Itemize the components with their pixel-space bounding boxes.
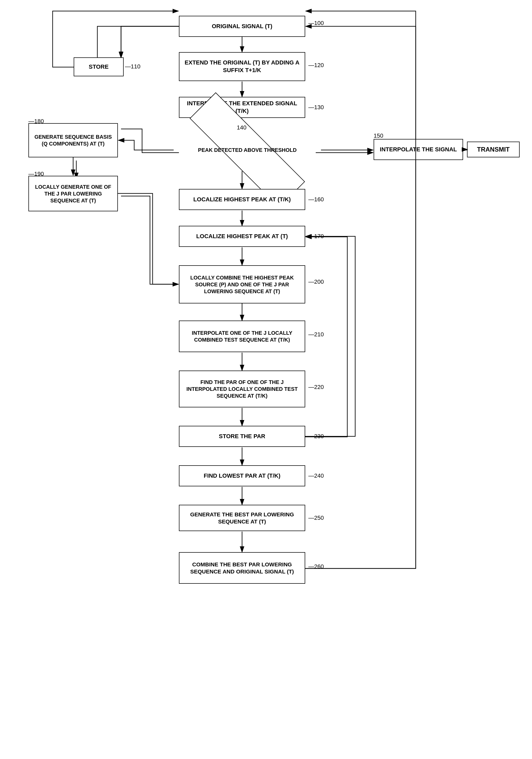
ref-210: —210	[308, 331, 324, 338]
box-250: GENERATE THE BEST PAR LOWERING SEQUENCE …	[179, 505, 305, 531]
box-230: STORE THE PAR	[179, 426, 305, 447]
box-200: LOCALLY COMBINE THE HIGHEST PEAK SOURCE …	[179, 265, 305, 303]
box-210: INTERPOLATE ONE OF THE J LOCALLY COMBINE…	[179, 321, 305, 352]
box-180: GENERATE SEQUENCE BASIS (Q COMPONENTS) A…	[28, 123, 118, 157]
ref-230: —230	[308, 433, 324, 440]
box-170: LOCALIZE HIGHEST PEAK AT (T)	[179, 226, 305, 247]
box-160: LOCALIZE HIGHEST PEAK AT (T/K)	[179, 189, 305, 210]
ref-170: —170	[308, 233, 324, 240]
ref-220: —220	[308, 384, 324, 390]
box-190: LOCALLY GENERATE ONE OF THE J PAR LOWERI…	[28, 176, 118, 211]
ref-110: —110	[125, 63, 140, 70]
box-100: ORIGINAL SIGNAL (T)	[179, 16, 305, 37]
box-store: STORE	[74, 58, 124, 76]
ref-200: —200	[308, 278, 324, 285]
diamond-140: PEAK DETECTED ABOVE THRESHOLD	[174, 129, 321, 171]
ref-100: —100	[308, 20, 324, 26]
ref-260: —260	[308, 563, 324, 570]
ref-130: —130	[308, 104, 324, 111]
ref-190: —190	[28, 171, 44, 178]
box-120: EXTEND THE ORIGINAL (T) BY ADDING A SUFF…	[179, 52, 305, 81]
ref-240: —240	[308, 472, 324, 479]
ref-120: —120	[308, 62, 324, 69]
box-240: FIND LOWEST PAR AT (T/K)	[179, 465, 305, 486]
ref-150: 150	[374, 132, 383, 139]
diagram-container: ORIGINAL SIGNAL (T) —100 STORE —110 EXTE…	[0, 0, 532, 759]
box-220: FIND THE PAR OF ONE OF THE J INTERPOLATE…	[179, 371, 305, 407]
ref-160: —160	[308, 196, 324, 203]
ref-250: —250	[308, 514, 324, 521]
box-150: INTERPOLATE THE SIGNAL	[374, 139, 463, 160]
box-transmit: TRANSMIT	[467, 141, 520, 157]
ref-180: —180	[28, 118, 44, 125]
box-260: COMBINE THE BEST PAR LOWERING SEQUENCE A…	[179, 552, 305, 584]
